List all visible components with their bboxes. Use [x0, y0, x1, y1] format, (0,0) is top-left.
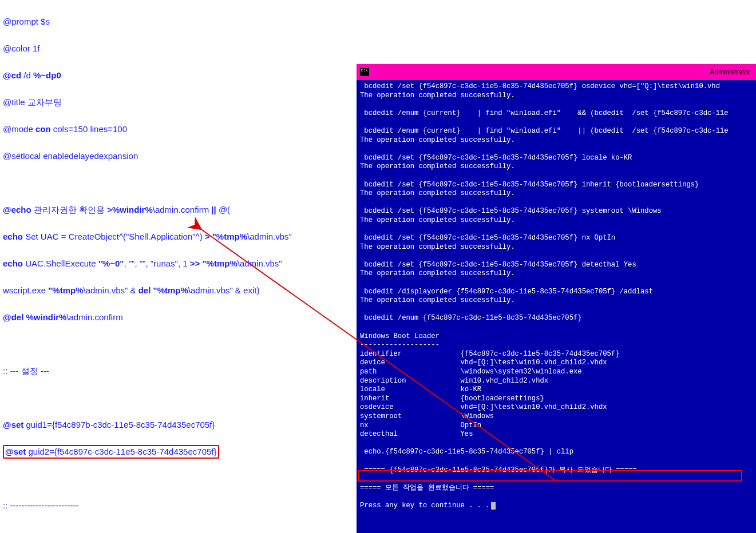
code-token: @set — [3, 420, 26, 429]
code-line: @prompt $s — [3, 17, 50, 26]
code-token: >> — [190, 258, 203, 268]
code-token: Set UAC = CreateObject^("Shell.Applicati… — [25, 232, 205, 241]
code-token: \admin.vbs" & exit) — [188, 285, 260, 295]
window-title: Administrator — [373, 68, 753, 76]
code-token: \admin.vbs" — [238, 258, 282, 268]
code-token: cols=150 lines=100 — [53, 124, 127, 134]
code-token: echo — [3, 258, 25, 268]
code-token: @( — [219, 205, 230, 214]
code-line: :: ------------------------ — [3, 500, 78, 510]
code-line: @color 1f — [3, 43, 39, 53]
code-line: @setlocal enabledelayedexpansion — [3, 151, 138, 161]
code-token: "%tmp% — [212, 232, 247, 241]
window-titlebar[interactable]: Administrator — [357, 64, 756, 80]
code-token: || — [211, 205, 219, 214]
code-token: \admin.vbs" — [247, 232, 292, 241]
terminal-text: bcdedit /set {f54c897c-c3dc-11e5-8c35-74… — [360, 82, 729, 510]
code-token: \admin.vbs" & — [84, 285, 138, 295]
highlighted-clip-output — [358, 470, 742, 482]
code-token: \admin.confirm — [66, 312, 122, 322]
code-line: :: --- 설정 --- — [3, 366, 49, 376]
code-token: wscript.exe — [3, 285, 48, 295]
code-token: "%tmp% — [153, 285, 188, 295]
code-token: echo — [3, 232, 25, 241]
command-prompt-window[interactable]: Administrator bcdedit /set {f54c897c-c3d… — [357, 64, 756, 533]
code-token: guid2={f54c897c-c3dc-11e5-8c35-74d435ec7… — [28, 447, 216, 456]
code-token: "%~0" — [98, 258, 124, 268]
code-token: del — [138, 285, 153, 295]
code-token: @del %windir% — [3, 312, 66, 322]
code-token: UAC.ShellExecute — [25, 258, 98, 268]
code-token: >%windir% — [107, 205, 153, 214]
code-token: @mode — [3, 124, 35, 134]
code-token: "%tmp% — [48, 285, 83, 295]
highlighted-guid-line: @set guid2={f54c897c-c3dc-11e5-8c35-74d4… — [3, 445, 219, 459]
cursor — [491, 502, 496, 510]
code-token: 관리자권한 확인용 — [34, 205, 107, 214]
code-token: > — [205, 232, 212, 241]
code-token: /d — [23, 70, 33, 80]
code-token: "%tmp% — [202, 258, 237, 268]
code-token: @echo — [3, 205, 34, 214]
code-token: \admin.confirm — [153, 205, 212, 214]
code-token: @cd — [3, 70, 23, 80]
code-token: %~dp0 — [33, 70, 61, 80]
code-token: , "", "", "runas", 1 — [124, 258, 189, 268]
code-token: guid1={f54c897b-c3dc-11e5-8c35-74d435ec7… — [26, 420, 215, 429]
code-token: @set — [5, 447, 28, 456]
cmd-icon — [360, 68, 369, 76]
batch-script-editor: @prompt $s @color 1f @cd /d %~dp0 @title… — [0, 0, 355, 533]
code-line: @title 교차부팅 — [3, 97, 62, 107]
code-token: con — [35, 124, 53, 134]
terminal-output[interactable]: bcdedit /set {f54c897c-c3dc-11e5-8c35-74… — [357, 80, 756, 533]
